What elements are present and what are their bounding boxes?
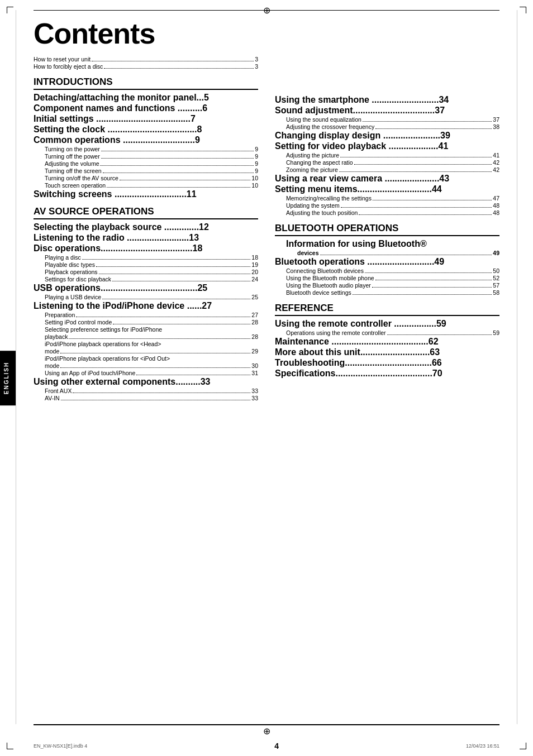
toc-dots xyxy=(120,180,251,180)
toc-num: 9 xyxy=(255,153,258,160)
toc-entry: Adjusting the picture 41 xyxy=(275,152,499,159)
toc-text: devices xyxy=(297,250,319,256)
toc-num: 38 xyxy=(493,123,499,130)
toc-text: playback xyxy=(45,333,68,340)
toc-num: 10 xyxy=(251,175,258,181)
toc-num: 42 xyxy=(493,166,499,173)
toc-text: mode xyxy=(45,348,59,355)
toc-text: iPod/iPhone playback operations for <Hea… xyxy=(45,341,161,347)
language-sidebar: ENGLISH xyxy=(0,351,16,405)
toc-text: Using the Bluetooth audio player xyxy=(286,282,371,289)
toc-entry: Using a rear view camera ...............… xyxy=(275,174,499,184)
av-source-header: AV SOURCE OPERATIONS xyxy=(34,206,258,219)
toc-entry: Turning off the screen 9 xyxy=(34,168,258,174)
right-top-entries: Using the smartphone ...................… xyxy=(275,95,499,216)
page-title: Contents xyxy=(34,17,499,50)
toc-num: 18 xyxy=(251,254,258,261)
bluetooth-entries: Information for using Bluetooth® devices… xyxy=(275,239,499,296)
toc-dots xyxy=(92,61,254,61)
toc-num: 25 xyxy=(251,294,258,300)
toc-text: Listening to the iPod/iPhone device ....… xyxy=(34,301,212,310)
toc-num: 58 xyxy=(493,289,499,296)
toc-dots xyxy=(372,287,492,288)
toc-num: 50 xyxy=(493,267,499,274)
toc-num: 31 xyxy=(251,370,258,376)
toc-text: Using the smartphone ...................… xyxy=(275,95,449,104)
toc-entry: Setting iPod control mode 28 xyxy=(34,319,258,326)
toc-text: Initial settings .......................… xyxy=(34,114,196,123)
toc-text: Touch screen operation xyxy=(45,182,106,189)
toc-text: AV-IN xyxy=(45,395,60,401)
toc-entry: devices 49 xyxy=(275,250,499,256)
toc-num: 57 xyxy=(493,282,499,289)
toc-text: Using other external components.........… xyxy=(34,377,211,386)
toc-text: USB operations..........................… xyxy=(34,283,207,293)
toc-num: 42 xyxy=(493,159,499,166)
toc-entry: Detaching/attaching the monitor panel...… xyxy=(34,93,258,103)
toc-entry: How to reset your unit 3 xyxy=(34,56,258,63)
toc-dots xyxy=(339,171,492,172)
toc-entry: Troubleshooting.........................… xyxy=(275,358,499,368)
toc-dots xyxy=(101,158,254,159)
toc-text: Zooming the picture xyxy=(286,166,338,173)
toc-text: Sound adjustment........................… xyxy=(275,106,445,115)
reference-entries: Using the remote controller ............… xyxy=(275,319,499,379)
toc-dots xyxy=(112,281,250,281)
toc-text: Common operations ......................… xyxy=(34,135,200,145)
toc-entry: Selecting preference settings for iPod/i… xyxy=(34,326,258,333)
toc-entry: Playing a USB device 25 xyxy=(34,294,258,300)
toc-text: Component names and functions ..........… xyxy=(34,103,207,113)
footer: EN_KW-NSX1[E].indb 4 4 12/04/23 16:51 xyxy=(34,741,499,750)
toc-dots xyxy=(69,338,250,339)
toc-num: 49 xyxy=(493,250,499,256)
toc-text: Selecting preference settings for iPod/i… xyxy=(45,326,162,333)
toc-text: Detaching/attaching the monitor panel...… xyxy=(34,93,209,102)
toc-num: 48 xyxy=(493,209,499,216)
toc-dots xyxy=(104,68,254,69)
toc-text: Front AUX xyxy=(45,387,72,394)
toc-dots xyxy=(373,200,492,200)
toc-text: Adjusting the crossover frequency xyxy=(286,123,374,130)
toc-dots xyxy=(365,272,492,273)
toc-num: 10 xyxy=(251,182,258,189)
toc-dots xyxy=(102,299,250,299)
toc-text: Preparation xyxy=(45,312,75,318)
toc-text: Turning off the screen xyxy=(45,168,102,174)
bluetooth-header: BLUETOOTH OPERATIONS xyxy=(275,223,499,236)
toc-entry: Setting the clock ......................… xyxy=(34,125,258,135)
toc-dots xyxy=(136,375,250,375)
toc-dots xyxy=(320,255,492,255)
toc-text: Adjusting the volume xyxy=(45,160,99,167)
toc-entry: Adjusting the volume 9 xyxy=(34,160,258,167)
toc-entry: mode 29 xyxy=(34,348,258,355)
toc-num: 20 xyxy=(251,269,258,275)
toc-dots xyxy=(340,157,492,157)
footer-right: 12/04/23 16:51 xyxy=(466,743,499,749)
toc-dots xyxy=(99,274,251,274)
toc-text: Bluetooth device settings xyxy=(286,289,351,296)
toc-entry: Adjusting the crossover frequency 38 xyxy=(275,123,499,130)
toc-text: Using a rear view camera ...............… xyxy=(275,174,449,183)
toc-entry: Zooming the picture 42 xyxy=(275,166,499,173)
toc-entry: Common operations ......................… xyxy=(34,135,258,145)
toc-num: 28 xyxy=(251,319,258,326)
toc-text: Memorizing/recalling the settings xyxy=(286,195,372,202)
toc-entry: iPod/iPhone playback operations for <Hea… xyxy=(34,341,258,347)
toc-entry: Playback operations 20 xyxy=(34,269,258,275)
toc-text: Changing display design ................… xyxy=(275,131,450,140)
toc-entry: Maintenance ............................… xyxy=(275,337,499,347)
toc-entry: Setting menu items......................… xyxy=(275,184,499,194)
right-border-line xyxy=(517,10,517,724)
toc-num: 3 xyxy=(255,56,258,63)
toc-text: Listening to the radio .................… xyxy=(34,233,199,242)
toc-dots xyxy=(61,400,251,400)
toc-entry: Connecting Bluetooth devices 50 xyxy=(275,267,499,274)
toc-entry: Using other external components.........… xyxy=(34,377,258,387)
toc-entry: Listening to the iPod/iPhone device ....… xyxy=(34,301,258,311)
toc-text: Operations using the remote controller xyxy=(286,329,386,336)
toc-entry: Turning on/off the AV source 10 xyxy=(34,175,258,181)
toc-text: Playback operations xyxy=(45,269,98,275)
bottom-border-line xyxy=(34,724,499,725)
toc-dots xyxy=(113,324,250,324)
toc-entry: AV-IN 33 xyxy=(34,395,258,401)
